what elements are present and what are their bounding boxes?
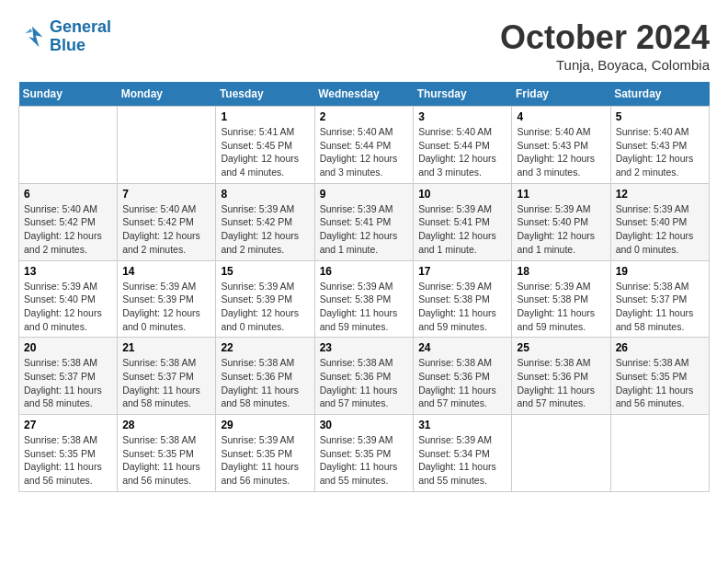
calendar-cell: 13Sunrise: 5:39 AM Sunset: 5:40 PM Dayli… xyxy=(19,260,118,338)
calendar-cell: 15Sunrise: 5:39 AM Sunset: 5:39 PM Dayli… xyxy=(216,260,314,338)
day-number: 17 xyxy=(418,265,506,278)
day-number: 1 xyxy=(221,110,309,123)
logo: General Blue xyxy=(18,18,111,55)
calendar-cell: 3Sunrise: 5:40 AM Sunset: 5:44 PM Daylig… xyxy=(414,107,512,184)
day-number: 25 xyxy=(517,341,605,354)
svg-marker-1 xyxy=(26,29,33,33)
day-number: 28 xyxy=(122,419,210,431)
day-info: Sunrise: 5:39 AM Sunset: 5:34 PM Dayligh… xyxy=(418,433,506,488)
day-number: 30 xyxy=(320,419,409,431)
calendar-cell: 19Sunrise: 5:38 AM Sunset: 5:37 PM Dayli… xyxy=(610,260,709,338)
calendar-cell: 22Sunrise: 5:38 AM Sunset: 5:36 PM Dayli… xyxy=(216,338,314,415)
calendar-cell: 10Sunrise: 5:39 AM Sunset: 5:41 PM Dayli… xyxy=(414,183,512,260)
title-block: October 2024 Tunja, Boyaca, Colombia xyxy=(500,18,710,73)
day-number: 7 xyxy=(122,188,210,201)
day-info: Sunrise: 5:39 AM Sunset: 5:40 PM Dayligh… xyxy=(616,202,704,257)
day-info: Sunrise: 5:41 AM Sunset: 5:45 PM Dayligh… xyxy=(221,125,309,179)
calendar-cell: 11Sunrise: 5:39 AM Sunset: 5:40 PM Dayli… xyxy=(512,183,610,260)
calendar-cell: 1Sunrise: 5:41 AM Sunset: 5:45 PM Daylig… xyxy=(216,107,314,184)
day-info: Sunrise: 5:40 AM Sunset: 5:44 PM Dayligh… xyxy=(320,125,409,179)
calendar-cell: 27Sunrise: 5:38 AM Sunset: 5:35 PM Dayli… xyxy=(19,415,118,492)
day-info: Sunrise: 5:39 AM Sunset: 5:40 PM Dayligh… xyxy=(24,280,112,334)
day-info: Sunrise: 5:39 AM Sunset: 5:35 PM Dayligh… xyxy=(320,433,409,488)
day-number: 10 xyxy=(418,188,506,201)
calendar-table: SundayMondayTuesdayWednesdayThursdayFrid… xyxy=(18,82,710,492)
weekday-header: Friday xyxy=(512,82,610,107)
day-number: 13 xyxy=(24,265,112,278)
day-info: Sunrise: 5:40 AM Sunset: 5:42 PM Dayligh… xyxy=(122,202,210,257)
calendar-cell: 12Sunrise: 5:39 AM Sunset: 5:40 PM Dayli… xyxy=(610,183,709,260)
day-number: 8 xyxy=(221,188,309,201)
calendar-week-row: 13Sunrise: 5:39 AM Sunset: 5:40 PM Dayli… xyxy=(19,260,710,338)
day-info: Sunrise: 5:38 AM Sunset: 5:36 PM Dayligh… xyxy=(221,356,309,410)
day-number: 31 xyxy=(418,419,506,431)
day-number: 11 xyxy=(517,188,605,201)
day-info: Sunrise: 5:38 AM Sunset: 5:35 PM Dayligh… xyxy=(24,433,112,488)
calendar-cell: 21Sunrise: 5:38 AM Sunset: 5:37 PM Dayli… xyxy=(118,338,216,415)
location-subtitle: Tunja, Boyaca, Colombia xyxy=(500,57,710,73)
day-info: Sunrise: 5:40 AM Sunset: 5:42 PM Dayligh… xyxy=(24,202,112,257)
day-info: Sunrise: 5:39 AM Sunset: 5:41 PM Dayligh… xyxy=(418,202,506,257)
calendar-cell: 28Sunrise: 5:38 AM Sunset: 5:35 PM Dayli… xyxy=(118,415,216,492)
calendar-cell: 6Sunrise: 5:40 AM Sunset: 5:42 PM Daylig… xyxy=(19,183,118,260)
calendar-week-row: 27Sunrise: 5:38 AM Sunset: 5:35 PM Dayli… xyxy=(19,415,710,492)
day-info: Sunrise: 5:38 AM Sunset: 5:37 PM Dayligh… xyxy=(122,356,210,410)
day-number: 19 xyxy=(616,265,704,278)
day-info: Sunrise: 5:39 AM Sunset: 5:40 PM Dayligh… xyxy=(517,202,605,257)
calendar-week-row: 1Sunrise: 5:41 AM Sunset: 5:45 PM Daylig… xyxy=(19,107,710,184)
calendar-cell: 18Sunrise: 5:39 AM Sunset: 5:38 PM Dayli… xyxy=(512,260,610,338)
weekday-header: Monday xyxy=(118,82,216,107)
calendar-week-row: 20Sunrise: 5:38 AM Sunset: 5:37 PM Dayli… xyxy=(19,338,710,415)
day-number: 20 xyxy=(24,341,112,354)
weekday-header: Tuesday xyxy=(216,82,314,107)
day-info: Sunrise: 5:38 AM Sunset: 5:36 PM Dayligh… xyxy=(320,356,409,410)
page-header: General Blue October 2024 Tunja, Boyaca,… xyxy=(18,18,710,73)
calendar-cell: 14Sunrise: 5:39 AM Sunset: 5:39 PM Dayli… xyxy=(118,260,216,338)
day-number: 9 xyxy=(320,188,409,201)
day-number: 21 xyxy=(122,341,210,354)
day-info: Sunrise: 5:38 AM Sunset: 5:37 PM Dayligh… xyxy=(24,356,112,410)
day-number: 6 xyxy=(24,188,112,201)
day-number: 4 xyxy=(517,110,605,123)
day-info: Sunrise: 5:38 AM Sunset: 5:36 PM Dayligh… xyxy=(517,356,605,410)
day-number: 5 xyxy=(616,110,704,123)
calendar-cell: 30Sunrise: 5:39 AM Sunset: 5:35 PM Dayli… xyxy=(314,415,414,492)
calendar-cell: 5Sunrise: 5:40 AM Sunset: 5:43 PM Daylig… xyxy=(610,107,709,184)
calendar-cell xyxy=(610,415,709,492)
calendar-cell: 17Sunrise: 5:39 AM Sunset: 5:38 PM Dayli… xyxy=(414,260,512,338)
calendar-cell xyxy=(512,415,610,492)
day-info: Sunrise: 5:40 AM Sunset: 5:43 PM Dayligh… xyxy=(616,125,704,179)
calendar-cell: 24Sunrise: 5:38 AM Sunset: 5:36 PM Dayli… xyxy=(414,338,512,415)
day-info: Sunrise: 5:38 AM Sunset: 5:37 PM Dayligh… xyxy=(616,280,704,334)
day-info: Sunrise: 5:39 AM Sunset: 5:41 PM Dayligh… xyxy=(320,202,409,257)
calendar-cell: 23Sunrise: 5:38 AM Sunset: 5:36 PM Dayli… xyxy=(314,338,414,415)
weekday-header: Wednesday xyxy=(314,82,414,107)
calendar-cell: 2Sunrise: 5:40 AM Sunset: 5:44 PM Daylig… xyxy=(314,107,414,184)
day-number: 14 xyxy=(122,265,210,278)
day-number: 15 xyxy=(221,265,309,278)
day-number: 12 xyxy=(616,188,704,201)
calendar-cell: 8Sunrise: 5:39 AM Sunset: 5:42 PM Daylig… xyxy=(216,183,314,260)
day-number: 2 xyxy=(320,110,409,123)
day-info: Sunrise: 5:39 AM Sunset: 5:38 PM Dayligh… xyxy=(320,280,409,334)
day-info: Sunrise: 5:38 AM Sunset: 5:35 PM Dayligh… xyxy=(122,433,210,488)
day-number: 27 xyxy=(24,419,112,431)
day-number: 26 xyxy=(616,341,704,354)
calendar-cell: 7Sunrise: 5:40 AM Sunset: 5:42 PM Daylig… xyxy=(118,183,216,260)
calendar-cell xyxy=(19,107,118,184)
calendar-cell: 25Sunrise: 5:38 AM Sunset: 5:36 PM Dayli… xyxy=(512,338,610,415)
calendar-cell xyxy=(118,107,216,184)
day-info: Sunrise: 5:39 AM Sunset: 5:39 PM Dayligh… xyxy=(122,280,210,334)
day-info: Sunrise: 5:40 AM Sunset: 5:43 PM Dayligh… xyxy=(517,125,605,179)
day-info: Sunrise: 5:39 AM Sunset: 5:38 PM Dayligh… xyxy=(418,280,506,334)
day-number: 3 xyxy=(418,110,506,123)
day-number: 16 xyxy=(320,265,409,278)
day-info: Sunrise: 5:38 AM Sunset: 5:36 PM Dayligh… xyxy=(418,356,506,410)
calendar-cell: 31Sunrise: 5:39 AM Sunset: 5:34 PM Dayli… xyxy=(414,415,512,492)
day-number: 24 xyxy=(418,341,506,354)
day-number: 29 xyxy=(221,419,309,431)
day-number: 18 xyxy=(517,265,605,278)
calendar-cell: 16Sunrise: 5:39 AM Sunset: 5:38 PM Dayli… xyxy=(314,260,414,338)
month-title: October 2024 xyxy=(500,18,710,57)
calendar-cell: 20Sunrise: 5:38 AM Sunset: 5:37 PM Dayli… xyxy=(19,338,118,415)
